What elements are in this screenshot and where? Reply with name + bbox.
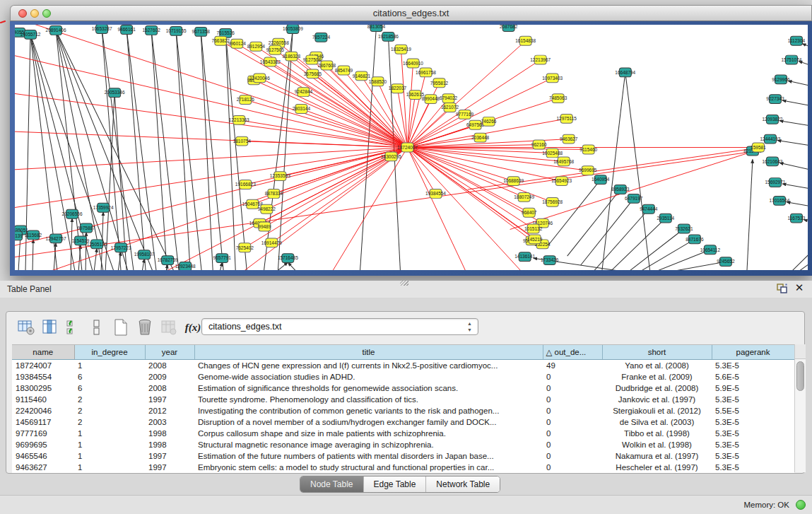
table-row[interactable]: 2242004622012Investigating the contribut… [12,405,794,416]
delete-table-icon[interactable] [135,317,155,337]
table-row[interactable]: 946362711997Embryonic stem cells: a mode… [12,462,794,473]
svg-text:18300295: 18300295 [381,154,401,159]
table-options-icon[interactable] [16,317,36,337]
svg-text:22420046: 22420046 [249,76,270,81]
svg-text:10688639: 10688639 [503,178,524,183]
citation-network-graph[interactable]: 1405571405571220891406106532879466161152… [15,25,808,270]
table-cell: 2012 [145,405,194,416]
svg-text:9127508: 9127508 [303,57,322,62]
combobox-stepper-icon: ▲▼ [465,320,474,333]
function-builder-icon[interactable]: f(x) [183,317,203,337]
svg-text:8471676: 8471676 [686,237,704,242]
table-row[interactable]: 1938455462009Genome-wide association stu… [12,371,794,382]
float-panel-icon[interactable] [775,283,788,294]
svg-text:14136141: 14136141 [514,254,535,259]
close-panel-icon[interactable]: ✕ [794,282,805,293]
svg-text:1588520: 1588520 [369,79,387,84]
svg-text:7485063: 7485063 [549,95,567,100]
table-cell: Embryonic stem cells: a model to study s… [194,462,543,473]
svg-text:12505135: 12505135 [87,242,107,247]
table-cell: 2003 [145,416,194,428]
svg-text:12975115: 12975115 [556,116,577,121]
svg-text:2718126: 2718126 [237,97,255,102]
memory-status-label: Memory: OK [743,501,789,509]
svg-text:9474444: 9474444 [640,206,658,211]
table-cell: 1 [74,462,145,473]
table-cell: 5.3E-5 [712,360,794,372]
table-cell: 9465546 [12,450,74,462]
splitter-grip[interactable] [400,280,408,286]
svg-text:9127505: 9127505 [266,47,285,52]
svg-text:8912954: 8912954 [247,44,266,49]
svg-text:15751074: 15751074 [782,57,802,62]
table-row[interactable]: 969969511998Structural magnetic resonanc… [12,439,794,450]
table-cell: 6 [74,382,145,394]
table-row[interactable]: 1456911722003Disruption of a novel membe… [12,416,794,428]
scrollbar-thumb[interactable] [796,361,804,391]
table-cell: 1998 [145,439,194,450]
combobox-value: citations_edges.txt [208,322,282,332]
table-cell: 6 [74,371,145,382]
table-selector-combobox[interactable]: citations_edges.txt ▲▼ [201,318,478,335]
svg-text:12213363: 12213363 [229,117,249,122]
svg-text:15046768: 15046768 [242,201,263,206]
table-cell: 0 [543,416,602,428]
svg-text:9227343: 9227343 [766,96,784,101]
select-columns-icon[interactable] [64,317,84,337]
svg-text:8454749: 8454749 [335,68,353,73]
svg-text:2935114: 2935114 [657,216,674,221]
new-table-icon[interactable] [111,317,131,337]
svg-text:9466161: 9466161 [117,27,136,32]
svg-text:145219: 145219 [527,237,543,242]
table-row[interactable]: 1830029562008Estimation of significance … [12,382,794,394]
table-cell: 5.3E-5 [712,394,794,405]
svg-text:20891406: 20891406 [46,28,66,33]
table-row[interactable]: 977716911998Corpus callosum shape and si… [12,428,794,439]
window-title: citations_edges.txt [11,8,811,18]
tab-edge-table[interactable]: Edge Table [364,477,427,492]
table-cell: 0 [543,439,602,450]
svg-text:1112304: 1112304 [788,38,806,43]
svg-text:1640954: 1640954 [592,177,610,182]
svg-text:39139: 39139 [15,233,23,238]
column-header-pagerank[interactable]: pagerank [712,345,794,360]
table-cell: 0 [543,371,602,382]
svg-text:16648794: 16648794 [615,70,635,75]
svg-text:12923448: 12923448 [175,264,196,269]
table-cell: 18300295 [12,382,74,394]
svg-text:9115460: 9115460 [579,147,597,152]
table-row[interactable]: 946554611997Estimation of the future num… [12,450,794,462]
network-canvas[interactable]: 1405571405571220891406106532879466161152… [15,25,808,270]
svg-text:18807249: 18807249 [514,194,534,199]
svg-text:16961758: 16961758 [416,70,436,75]
column-header-year[interactable]: year [145,345,194,360]
svg-text:17359924: 17359924 [93,205,114,210]
column-header-name[interactable]: name [12,345,74,360]
column-visibility-icon[interactable] [40,317,60,337]
column-header-in_degree[interactable]: in_degree [74,345,145,360]
table-cell: 5.9E-5 [712,382,794,394]
svg-text:19384554: 19384554 [425,191,446,196]
svg-text:15654923: 15654923 [551,178,572,183]
table-cell: Yano et al. (2008) [602,360,712,372]
table-cell: 2008 [145,360,194,372]
table-scrollbar[interactable] [794,344,806,472]
svg-text:1015132: 1015132 [524,226,543,231]
svg-text:16543382: 16543382 [260,59,281,64]
column-header-out_degree[interactable]: △ out_de... [543,345,602,360]
table-row[interactable]: 911546021997Tourette syndrome. Phenomeno… [12,394,794,405]
window-titlebar[interactable]: citations_edges.txt [10,5,812,21]
table-cell: Dudbridge et al. (2008) [602,382,712,394]
svg-text:10654112: 10654112 [700,247,721,252]
svg-text:16154838: 16154838 [515,38,536,43]
table-cell: 49 [543,360,602,372]
svg-text:9777169: 9777169 [456,112,474,117]
column-header-title[interactable]: title [194,345,543,360]
table-cell: 14569117 [12,416,74,428]
svg-text:2087682: 2087682 [500,25,518,29]
tab-node-table[interactable]: Node Table [300,477,364,492]
column-header-short[interactable]: short [602,345,712,360]
row-tools-icon[interactable] [87,317,107,337]
tab-network-table[interactable]: Network Table [426,477,500,492]
table-row[interactable]: 1872400712008Changes of HCN gene express… [12,360,794,372]
